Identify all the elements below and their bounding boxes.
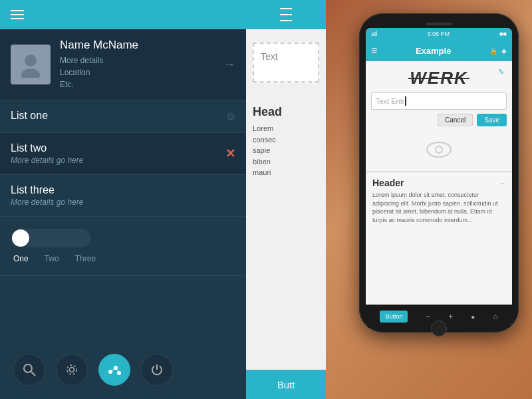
list-arrow-icon: → — [499, 180, 505, 187]
phone-content: WERK ✎ Text Entr Cancel Save — [366, 61, 512, 305]
wifi-icon: ◈ — [501, 47, 507, 55]
close-icon[interactable]: ✕ — [225, 146, 235, 161]
list-header-text: Header — [372, 178, 404, 188]
battery-indicator: ■■ — [499, 31, 507, 37]
eye-section — [366, 132, 512, 172]
eye-icon — [426, 139, 452, 164]
signal-indicator: atl — [371, 31, 378, 37]
time-display: 3:08 PM — [428, 31, 450, 37]
middle-hamburger[interactable] — [280, 8, 292, 21]
middle-text-box[interactable]: Text — [253, 43, 319, 82]
bottom-button[interactable]: Button — [380, 311, 408, 323]
list-one-content: List one — [11, 110, 226, 123]
gear-icon: ⚙ — [226, 110, 235, 123]
cancel-button[interactable]: Cancel — [438, 114, 473, 126]
middle-button-label: Butt — [277, 379, 295, 390]
power-icon-button[interactable] — [141, 354, 173, 386]
toggle-label-two[interactable]: Two — [45, 254, 59, 263]
toggle-thumb — [12, 229, 29, 247]
profile-arrow: → — [223, 58, 235, 72]
avatar-silhouette — [17, 51, 44, 78]
hamburger-menu[interactable] — [11, 10, 24, 19]
avatar — [11, 45, 51, 84]
profile-detail-1: More details — [60, 55, 214, 66]
phone-btn-row: Cancel Save — [366, 114, 512, 132]
nav-title: Example — [416, 46, 451, 56]
list-one-title: List one — [11, 110, 226, 122]
svg-point-1 — [21, 68, 40, 78]
toggle-label-three[interactable]: Three — [75, 254, 96, 263]
home-button[interactable] — [431, 321, 447, 336]
profile-detail-3: Etc. — [60, 78, 214, 90]
search-icon — [22, 362, 37, 377]
hamburger-line-2 — [11, 14, 24, 15]
nav-bar: ≡ Example 🔒 ◈ — [366, 40, 512, 61]
middle-button[interactable]: Butt — [246, 370, 326, 399]
nav-icons: 🔒 ◈ — [489, 47, 507, 55]
dot-icon: ● — [471, 313, 475, 321]
phone-input[interactable]: Text Entr — [371, 92, 507, 110]
cursor — [405, 96, 406, 106]
list-two-title: List two — [11, 142, 225, 154]
lock-icon[interactable]: 🔒 — [489, 47, 497, 55]
toggle-labels: One Two Three — [11, 254, 235, 263]
svg-point-12 — [436, 146, 442, 153]
bottom-icons — [0, 340, 246, 399]
list-three-subtitle: More details go here — [11, 198, 235, 207]
top-bar — [0, 0, 246, 29]
profile-info: Name McName More details Location Etc. — [60, 39, 214, 90]
werk-section: WERK ✎ — [366, 61, 512, 92]
home-icon[interactable]: ⌂ — [493, 312, 497, 321]
list-item-two[interactable]: List two More details go here ✕ — [0, 133, 246, 175]
list-two-subtitle: More details go here — [11, 156, 225, 165]
list-three-content: List three More details go here — [11, 184, 235, 207]
profile-row[interactable]: Name McName More details Location Etc. → — [0, 29, 246, 100]
phone-speaker — [426, 23, 452, 25]
middle-top-bar — [246, 0, 326, 29]
input-placeholder: Text Entr — [376, 97, 404, 105]
list-header-row: Header → — [366, 172, 512, 191]
gear-icon — [65, 362, 79, 377]
toggle-track[interactable] — [11, 229, 90, 247]
profile-name: Name McName — [60, 39, 214, 52]
svg-point-4 — [70, 368, 74, 372]
list-item-three[interactable]: List three More details go here — [0, 175, 246, 217]
svg-point-11 — [427, 142, 451, 157]
save-button[interactable]: Save — [477, 114, 507, 126]
werk-logo: WERK — [410, 68, 467, 88]
power-icon — [150, 362, 164, 377]
list-body: Lorem ipsum dolor sit amet, consectetur … — [366, 191, 512, 224]
svg-line-3 — [31, 372, 35, 376]
plus-icon[interactable]: + — [448, 312, 453, 321]
settings-icon-button[interactable] — [56, 354, 88, 386]
m-h-line-3 — [280, 20, 292, 21]
list-two-content: List two More details go here — [11, 142, 225, 165]
list-item-one[interactable]: List one ⚙ — [0, 100, 246, 133]
dots-icon-button[interactable] — [98, 354, 130, 386]
phone-shell: atl 3:08 PM ■■ ≡ Example 🔒 ◈ WERK ✎ — [359, 13, 519, 332]
right-phone-wrapper: atl 3:08 PM ■■ ≡ Example 🔒 ◈ WERK ✎ — [359, 13, 519, 332]
svg-point-2 — [24, 364, 32, 372]
hamburger-line-3 — [11, 18, 24, 19]
list-three-title: List three — [11, 184, 235, 196]
toggle-label-one[interactable]: One — [13, 254, 29, 263]
hamburger-line-1 — [11, 10, 24, 11]
svg-point-5 — [67, 365, 76, 374]
middle-header: Head — [246, 96, 326, 123]
dots-icon — [107, 362, 122, 377]
eye-svg — [426, 141, 452, 158]
middle-body: Loremconsecsapiebibenmauri — [246, 123, 326, 178]
toggle-section: One Two Three — [0, 217, 246, 276]
svg-point-0 — [25, 55, 37, 66]
left-panel: Name McName More details Location Etc. →… — [0, 0, 246, 399]
edit-pencil-icon[interactable]: ✎ — [498, 68, 504, 76]
middle-text-label: Text — [261, 51, 278, 62]
nav-menu-icon[interactable]: ≡ — [371, 45, 377, 57]
search-icon-button[interactable] — [13, 354, 45, 386]
middle-panel: Text Head Loremconsecsapiebibenmauri But… — [246, 0, 326, 399]
m-h-line-2 — [280, 14, 292, 15]
profile-detail-2: Location — [60, 66, 214, 78]
status-bar: atl 3:08 PM ■■ — [366, 28, 512, 40]
svg-line-9 — [110, 368, 116, 372]
minus-icon[interactable]: − — [426, 312, 430, 321]
